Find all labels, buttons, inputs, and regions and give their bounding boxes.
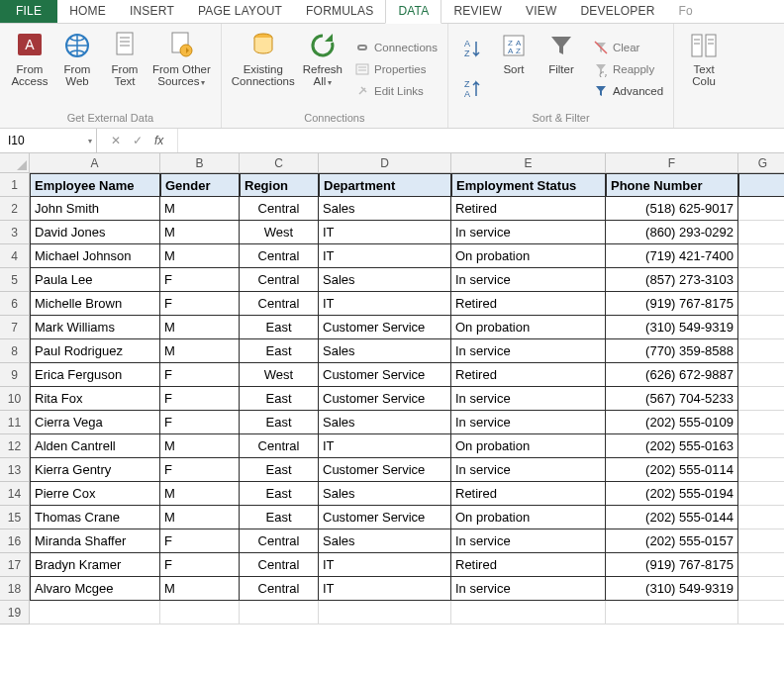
sort-button[interactable]: ZAAZ Sort: [490, 28, 538, 110]
cell[interactable]: IT: [319, 292, 451, 316]
cell[interactable]: M: [160, 316, 240, 339]
cell[interactable]: Customer Service: [319, 506, 451, 529]
cell[interactable]: East: [240, 387, 319, 411]
cell[interactable]: [738, 268, 784, 292]
row-header[interactable]: 13: [0, 458, 30, 482]
cell[interactable]: [738, 387, 784, 411]
cell[interactable]: In service: [451, 411, 606, 434]
cell[interactable]: F: [160, 268, 240, 292]
cell[interactable]: East: [240, 482, 319, 506]
filter-button[interactable]: Filter: [538, 28, 585, 110]
col-header-C[interactable]: C: [240, 153, 319, 173]
cell[interactable]: (202) 555-0109: [606, 411, 738, 434]
cell[interactable]: (202) 555-0194: [606, 482, 738, 506]
row-header[interactable]: 6: [0, 292, 30, 316]
reapply-button[interactable]: Reapply: [589, 58, 667, 80]
cell[interactable]: Central: [240, 268, 319, 292]
row-header[interactable]: 14: [0, 482, 30, 506]
cell[interactable]: Michael Johnson: [30, 244, 160, 268]
cell[interactable]: [738, 506, 784, 529]
cell[interactable]: On probation: [451, 506, 606, 529]
cell[interactable]: F: [160, 387, 240, 411]
cell[interactable]: [738, 411, 784, 434]
cell[interactable]: [738, 553, 784, 577]
cell[interactable]: [160, 601, 240, 625]
cell[interactable]: IT: [319, 577, 451, 601]
tab-developer[interactable]: DEVELOPER: [568, 0, 666, 23]
col-header-E[interactable]: E: [451, 153, 606, 173]
cell[interactable]: Phone Number: [606, 173, 738, 197]
cell[interactable]: M: [160, 577, 240, 601]
cell[interactable]: (770) 359-8588: [606, 339, 738, 363]
cell[interactable]: Sales: [319, 339, 451, 363]
cell[interactable]: Department: [319, 173, 451, 197]
cell[interactable]: F: [160, 458, 240, 482]
cell[interactable]: [738, 434, 784, 458]
cell[interactable]: Sales: [319, 482, 451, 506]
cell[interactable]: F: [160, 411, 240, 434]
cell[interactable]: Miranda Shaffer: [30, 529, 160, 553]
cell[interactable]: Customer Service: [319, 458, 451, 482]
formula-input[interactable]: [178, 129, 784, 152]
cell[interactable]: East: [240, 339, 319, 363]
cell[interactable]: (860) 293-0292: [606, 221, 738, 244]
cell[interactable]: Retired: [451, 292, 606, 316]
cell[interactable]: [738, 339, 784, 363]
tab-home[interactable]: HOME: [57, 0, 118, 23]
cell[interactable]: East: [240, 411, 319, 434]
cell[interactable]: Alvaro Mcgee: [30, 577, 160, 601]
cell[interactable]: On probation: [451, 434, 606, 458]
col-header-G[interactable]: G: [738, 153, 784, 173]
cell[interactable]: [738, 363, 784, 387]
name-box[interactable]: ▾: [0, 129, 97, 152]
cell[interactable]: [738, 529, 784, 553]
cell[interactable]: Central: [240, 577, 319, 601]
cell[interactable]: F: [160, 553, 240, 577]
cell[interactable]: IT: [319, 553, 451, 577]
cell[interactable]: Alden Cantrell: [30, 434, 160, 458]
cell[interactable]: [738, 482, 784, 506]
cell[interactable]: Retired: [451, 197, 606, 221]
cell[interactable]: M: [160, 482, 240, 506]
accept-formula-button[interactable]: ✓: [133, 134, 143, 147]
cell[interactable]: West: [240, 221, 319, 244]
cell[interactable]: In service: [451, 529, 606, 553]
cell[interactable]: Thomas Crane: [30, 506, 160, 529]
cell[interactable]: On probation: [451, 244, 606, 268]
cell[interactable]: Cierra Vega: [30, 411, 160, 434]
cell[interactable]: M: [160, 244, 240, 268]
cell[interactable]: In service: [451, 268, 606, 292]
cell[interactable]: East: [240, 506, 319, 529]
advanced-button[interactable]: Advanced: [589, 80, 667, 102]
cell[interactable]: [738, 316, 784, 339]
cell[interactable]: Retired: [451, 363, 606, 387]
cell[interactable]: Retired: [451, 553, 606, 577]
cell[interactable]: [738, 458, 784, 482]
select-all-corner[interactable]: [0, 153, 30, 173]
cell[interactable]: (202) 555-0163: [606, 434, 738, 458]
cell[interactable]: Region: [240, 173, 319, 197]
tab-formulas[interactable]: FORMULAS: [294, 0, 385, 23]
cell[interactable]: (202) 555-0114: [606, 458, 738, 482]
cell[interactable]: John Smith: [30, 197, 160, 221]
cell[interactable]: Kierra Gentry: [30, 458, 160, 482]
row-header[interactable]: 8: [0, 339, 30, 363]
cell[interactable]: Sales: [319, 529, 451, 553]
from-access-button[interactable]: A FromAccess: [6, 28, 53, 110]
cell[interactable]: [738, 577, 784, 601]
cell[interactable]: David Jones: [30, 221, 160, 244]
cell[interactable]: Central: [240, 292, 319, 316]
row-header[interactable]: 15: [0, 506, 30, 529]
cell[interactable]: [738, 292, 784, 316]
tab-data[interactable]: DATA: [385, 0, 441, 24]
cell[interactable]: [738, 221, 784, 244]
cell[interactable]: Central: [240, 553, 319, 577]
tab-page-layout[interactable]: PAGE LAYOUT: [186, 0, 294, 23]
cell[interactable]: In service: [451, 339, 606, 363]
cell[interactable]: [451, 601, 606, 625]
cell[interactable]: Central: [240, 434, 319, 458]
cell[interactable]: F: [160, 529, 240, 553]
row-header[interactable]: 12: [0, 434, 30, 458]
cell[interactable]: East: [240, 458, 319, 482]
cell[interactable]: [738, 173, 784, 197]
